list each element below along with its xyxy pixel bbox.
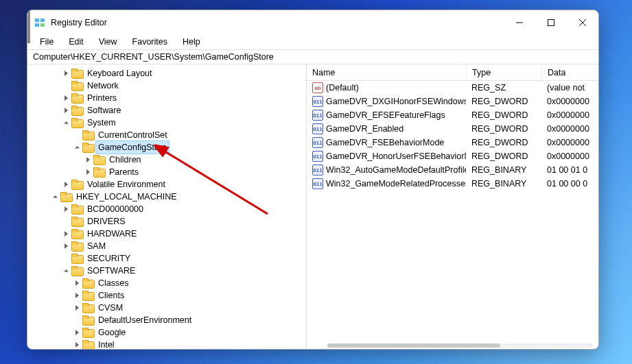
value-name: GameDVR_FSEBehaviorMode: [326, 138, 444, 147]
svg-rect-2: [35, 23, 39, 27]
string-value-icon: ab: [312, 82, 323, 93]
list-row[interactable]: 011Win32_AutoGameModeDefaultProfileREG_B…: [307, 163, 598, 177]
tree-item[interactable]: ····DRIVERS: [27, 215, 306, 228]
list-row[interactable]: 011GameDVR_FSEBehaviorModeREG_DWORD0x000…: [307, 136, 598, 149]
tree-item[interactable]: ···SOFTWARE: [27, 265, 306, 277]
chevron-right-icon[interactable]: [60, 243, 71, 249]
tree-pane[interactable]: ···Keyboard Layout····Network···Printers…: [27, 64, 307, 349]
window-title: Registry Editor: [51, 18, 504, 27]
chevron-right-icon[interactable]: [82, 169, 93, 175]
tree-item[interactable]: ···Volatile Environment: [27, 178, 306, 191]
chevron-down-icon[interactable]: [49, 195, 60, 199]
list-row[interactable]: 011GameDVR_EnabledREG_DWORD0x0000000: [307, 122, 598, 136]
tree-item[interactable]: ····Classes: [27, 277, 306, 289]
chevron-right-icon[interactable]: [71, 330, 82, 335]
column-header-name[interactable]: Name: [307, 68, 466, 77]
folder-icon: [71, 69, 82, 78]
menu-help[interactable]: Help: [176, 36, 207, 48]
value-type: REG_BINARY: [466, 179, 541, 189]
tree-item[interactable]: ··HKEY_LOCAL_MACHINE: [27, 191, 306, 203]
tree-item[interactable]: ····Google: [27, 326, 306, 339]
tree-item[interactable]: ···Keyboard Layout: [27, 67, 306, 80]
minimize-button[interactable]: [504, 10, 535, 34]
chevron-right-icon[interactable]: [71, 342, 82, 348]
binary-value-icon: 011: [312, 178, 323, 189]
tree-item[interactable]: ·····DefaultUserEnvironment: [27, 314, 306, 326]
binary-value-icon: 011: [312, 137, 323, 148]
address-bar[interactable]: Computer\HKEY_CURRENT_USER\System\GameCo…: [27, 49, 598, 64]
address-text: Computer\HKEY_CURRENT_USER\System\GameCo…: [33, 52, 274, 62]
value-type: REG_SZ: [466, 83, 541, 93]
horizontal-scrollbar[interactable]: [327, 343, 593, 348]
menu-file[interactable]: File: [33, 36, 60, 48]
chevron-down-icon[interactable]: [60, 121, 71, 125]
tree-item[interactable]: ···SAM: [27, 240, 306, 252]
chevron-right-icon[interactable]: [60, 182, 71, 187]
tree-item-label: Printers: [85, 92, 119, 104]
list-row[interactable]: 011GameDVR_DXGIHonorFSEWindowsC...REG_DW…: [307, 95, 598, 108]
chevron-right-icon[interactable]: [60, 206, 71, 212]
maximize-button[interactable]: [535, 10, 567, 34]
folder-icon: [71, 180, 82, 189]
tree-item[interactable]: ····Clients: [27, 289, 306, 302]
chevron-right-icon[interactable]: [60, 231, 71, 236]
value-data: 01 00 01 0: [541, 165, 598, 175]
folder-icon: [71, 93, 82, 103]
chevron-right-icon[interactable]: [60, 95, 71, 101]
list-pane[interactable]: Name Type Data ab(Default)REG_SZ(value n…: [307, 64, 598, 349]
scrollbar-thumb[interactable]: [327, 343, 500, 348]
tree-item-label: BCD00000000: [85, 203, 145, 215]
column-header-data[interactable]: Data: [541, 64, 598, 80]
folder-icon: [71, 204, 82, 214]
tree-item-label: Keyboard Layout: [85, 67, 154, 80]
chevron-right-icon[interactable]: [60, 108, 71, 113]
list-row[interactable]: 011GameDVR_EFSEFeatureFlagsREG_DWORD0x00…: [307, 108, 598, 122]
tree-item-label: CVSM: [96, 302, 125, 314]
chevron-right-icon[interactable]: [60, 71, 71, 76]
tree-item[interactable]: ····CVSM: [27, 302, 306, 314]
tree-item[interactable]: ···HARDWARE: [27, 228, 306, 240]
tree-item[interactable]: ····GameConfigStore: [27, 141, 306, 154]
tree-item-label: Children: [107, 154, 143, 166]
tree-item[interactable]: ····Network: [27, 80, 306, 92]
titlebar[interactable]: Registry Editor: [27, 10, 598, 34]
value-name: GameDVR_EFSEFeatureFlags: [326, 110, 445, 120]
folder-icon: [71, 118, 82, 128]
tree-item[interactable]: ···BCD00000000: [27, 203, 306, 215]
tree-item[interactable]: ····Intel: [27, 339, 306, 349]
chevron-right-icon[interactable]: [71, 293, 82, 298]
chevron-down-icon[interactable]: [71, 145, 82, 150]
close-button[interactable]: [567, 10, 598, 34]
folder-icon: [82, 291, 93, 300]
menu-edit[interactable]: Edit: [62, 36, 91, 48]
value-data: 0x0000000: [541, 138, 598, 147]
tree-item-label: System: [85, 117, 118, 129]
chevron-right-icon[interactable]: [71, 280, 82, 286]
menu-view[interactable]: View: [92, 36, 124, 48]
chevron-right-icon[interactable]: [71, 305, 82, 311]
column-header-type[interactable]: Type: [466, 64, 541, 80]
tree-item[interactable]: ···Software: [27, 104, 306, 117]
tree-item[interactable]: ···System: [27, 117, 306, 129]
folder-icon: [60, 192, 71, 202]
svg-rect-0: [35, 19, 39, 22]
chevron-right-icon[interactable]: [82, 157, 93, 162]
binary-value-icon: 011: [312, 96, 323, 107]
menubar: File Edit View Favorites Help: [27, 34, 598, 49]
tree-item-label: GameConfigStore: [96, 141, 169, 154]
tree-item[interactable]: ·····CurrentControlSet: [27, 129, 306, 141]
tree-item[interactable]: ·····Children: [27, 154, 306, 166]
list-row[interactable]: 011GameDVR_HonorUserFSEBehaviorM...REG_D…: [307, 149, 598, 163]
list-row[interactable]: ab(Default)REG_SZ(value not: [307, 81, 598, 95]
regedit-icon: [34, 17, 45, 28]
value-type: REG_DWORD: [466, 124, 541, 134]
menu-favorites[interactable]: Favorites: [126, 36, 174, 48]
chevron-down-icon[interactable]: [60, 269, 71, 274]
list-row[interactable]: 011Win32_GameModeRelatedProcessesREG_BIN…: [307, 177, 598, 191]
tree-item[interactable]: ····SECURITY: [27, 252, 306, 265]
tree-item[interactable]: ·····Parents: [27, 166, 306, 178]
value-data: 0x0000000: [541, 97, 598, 106]
tree-item[interactable]: ···Printers: [27, 92, 306, 104]
value-data: (value not: [541, 83, 598, 93]
folder-icon: [71, 241, 82, 251]
